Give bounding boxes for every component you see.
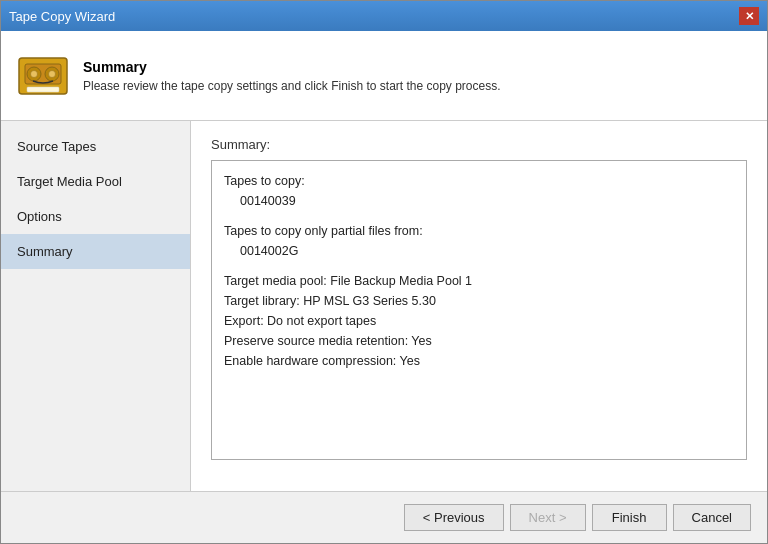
sidebar: Source Tapes Target Media Pool Options S…: [1, 121, 191, 491]
export-line: Export: Do not export tapes: [224, 311, 734, 331]
header-text: Summary Please review the tape copy sett…: [83, 59, 501, 93]
tapes-to-copy-heading: Tapes to copy:: [224, 171, 734, 191]
wizard-window: Tape Copy Wizard ✕ Summary Please review…: [0, 0, 768, 544]
window-title: Tape Copy Wizard: [9, 9, 115, 24]
tape-id-1: 00140039: [224, 191, 734, 211]
tapes-partial-heading: Tapes to copy only partial files from:: [224, 221, 734, 241]
tapes-partial-section: Tapes to copy only partial files from: 0…: [224, 221, 734, 261]
cancel-button[interactable]: Cancel: [673, 504, 751, 531]
svg-rect-6: [27, 87, 59, 92]
title-bar: Tape Copy Wizard ✕: [1, 1, 767, 31]
svg-point-5: [49, 70, 56, 77]
summary-box: Tapes to copy: 00140039 Tapes to copy on…: [211, 160, 747, 460]
tapes-to-copy-section: Tapes to copy: 00140039: [224, 171, 734, 211]
sidebar-item-target-media-pool[interactable]: Target Media Pool: [1, 164, 190, 199]
sidebar-item-source-tapes[interactable]: Source Tapes: [1, 129, 190, 164]
previous-button[interactable]: < Previous: [404, 504, 504, 531]
target-media-pool-line: Target media pool: File Backup Media Poo…: [224, 271, 734, 291]
hardware-compression-line: Enable hardware compression: Yes: [224, 351, 734, 371]
summary-section-label: Summary:: [211, 137, 747, 152]
content-area: Source Tapes Target Media Pool Options S…: [1, 121, 767, 491]
main-panel: Summary: Tapes to copy: 00140039 Tapes t…: [191, 121, 767, 491]
finish-button[interactable]: Finish: [592, 504, 667, 531]
settings-section: Target media pool: File Backup Media Poo…: [224, 271, 734, 371]
footer: < Previous Next > Finish Cancel: [1, 491, 767, 543]
sidebar-item-options[interactable]: Options: [1, 199, 190, 234]
preserve-retention-line: Preserve source media retention: Yes: [224, 331, 734, 351]
next-button[interactable]: Next >: [510, 504, 586, 531]
tape-icon: [17, 50, 69, 102]
header-title: Summary: [83, 59, 501, 75]
header-description: Please review the tape copy settings and…: [83, 79, 501, 93]
svg-point-3: [31, 70, 38, 77]
target-library-line: Target library: HP MSL G3 Series 5.30: [224, 291, 734, 311]
sidebar-item-summary[interactable]: Summary: [1, 234, 190, 269]
tape-id-2: 0014002G: [224, 241, 734, 261]
header-panel: Summary Please review the tape copy sett…: [1, 31, 767, 121]
close-button[interactable]: ✕: [739, 7, 759, 25]
